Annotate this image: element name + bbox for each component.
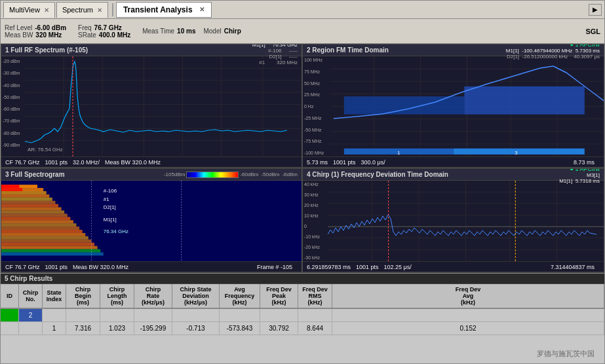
- tab-transient-analysis[interactable]: Transient Analysis ✕: [116, 2, 212, 18]
- meas-time-value: 10 ms: [177, 27, 195, 35]
- meas-time-group: Meas Time 10 ms Model Chirp: [142, 27, 241, 35]
- panel4-chart[interactable]: 40 kHz 30 kHz 20 kHz 10 kHz 0 -10 kHz -2…: [303, 181, 604, 261]
- p2-y4: 25 MHz: [304, 92, 324, 97]
- p2-y2: 75 MHz: [304, 69, 324, 74]
- p4-y3: 20 kHz: [304, 203, 320, 208]
- panel1-svg: AR: 76.54 GHz: [25, 56, 302, 156]
- info-bar: Ref Level -6.00 dBm Meas BW 320 MHz Freq…: [1, 19, 604, 44]
- td-state-1: [43, 309, 66, 321]
- td-rms-1: [298, 309, 332, 321]
- panel4-svg: [328, 181, 604, 261]
- table-row-1: 2: [1, 309, 604, 322]
- freq-label: Freq: [78, 24, 92, 31]
- panel1-pts: 1001 pts: [45, 159, 68, 166]
- panel3-header: 3 Full Spectrogram -105dBm -60dBm -50dBm…: [1, 169, 302, 181]
- freq-value: 76.7 GHz: [94, 24, 122, 31]
- td-begin-1: [66, 309, 100, 321]
- tab-spectrum-close[interactable]: ✕: [97, 7, 102, 14]
- svg-rect-49: [1, 227, 79, 230]
- p2-y9: -100 MHz: [304, 151, 324, 155]
- color-gradient: [186, 172, 239, 178]
- th-state-index: StateIndex: [43, 284, 66, 308]
- td-avgfreq-1: [220, 309, 260, 321]
- td-rms-2: 8.644: [298, 322, 332, 335]
- panel1-header: 1 Full RF Spectrum (#-105) ● 1 APCIrw M1…: [1, 45, 302, 56]
- srate-value: 400.0 MHz: [99, 31, 130, 39]
- svg-rect-30: [454, 149, 585, 155]
- panel4-time: 6.291859783 ms: [307, 264, 351, 270]
- svg-text:D2[1]: D2[1]: [104, 204, 116, 210]
- panel2-end: 8.73 ms: [574, 159, 595, 166]
- panel3-frame: Frame # -105: [257, 264, 292, 270]
- svg-text:#-106: #-106: [104, 188, 117, 194]
- panel1-div: 32.0 MHz/: [73, 159, 100, 166]
- p4-y4: 10 kHz: [304, 213, 320, 218]
- th-chirp-no: ChirpNo.: [19, 284, 43, 308]
- panel3-chart[interactable]: #-106 #1 D2[1] M1[1] 76.34 GHz: [1, 181, 302, 261]
- svg-rect-37: [1, 188, 22, 191]
- svg-rect-42: [1, 204, 58, 208]
- svg-rect-28: [464, 86, 584, 115]
- p4-y6: -10 kHz: [304, 234, 320, 239]
- td-length-2: 1.023: [100, 322, 134, 335]
- td-id-1: [1, 309, 19, 321]
- sgl-label: SGL: [585, 27, 600, 35]
- panel2-chart[interactable]: 100 MHz 75 MHz 50 MHz 25 MHz 0 Hz -25 MH…: [303, 56, 604, 156]
- svg-rect-54: [1, 243, 94, 246]
- panels-row-1: 1 Full RF Spectrum (#-105) ● 1 APCIrw M1…: [1, 44, 604, 168]
- th-avg-freq: AvgFrequency(kHz): [220, 284, 260, 308]
- td-avg-1: [332, 309, 604, 321]
- svg-rect-46: [1, 217, 70, 220]
- tab-divider: [112, 3, 113, 16]
- td-peak-1: [260, 309, 298, 321]
- db-min: -105dBm: [164, 172, 185, 177]
- spectrogram-svg: #-106 #1 D2[1] M1[1] 76.34 GHz: [1, 181, 302, 261]
- arrow-button[interactable]: ▶: [589, 4, 602, 16]
- meas-time-label: Meas Time: [142, 27, 174, 35]
- p2-y7: -50 MHz: [304, 128, 324, 132]
- tab-multiview[interactable]: MultiView ✕: [3, 2, 55, 18]
- model-value: Chirp: [224, 27, 241, 35]
- panel4-pts: 1001 pts: [356, 264, 379, 270]
- panel-fm-time: 2 Region FM Time Domain ● 1 APCIrw M1[1]…: [302, 44, 604, 168]
- svg-rect-35: [1, 185, 19, 188]
- svg-rect-47: [1, 220, 73, 223]
- transient-analysis-close[interactable]: ✕: [199, 6, 205, 13]
- colorscale: -105dBm -60dBm -50dBm -6dBm: [164, 172, 298, 178]
- tab-spectrum[interactable]: Spectrum ✕: [56, 2, 108, 18]
- td-peak-2: 30.792: [260, 322, 298, 335]
- panel4-end: 7.314404837 ms: [551, 264, 595, 270]
- svg-rect-43: [1, 208, 62, 211]
- y-label-6: -70 dBm: [3, 118, 20, 123]
- db-50: -50dBm: [261, 172, 279, 177]
- p4-y1: 40 kHz: [304, 182, 320, 187]
- svg-rect-44: [1, 211, 64, 214]
- svg-rect-53: [1, 240, 91, 243]
- panel1-chart[interactable]: -20 dBm -30 dBm -40 dBm -50 dBm -60 dBm …: [1, 56, 302, 156]
- td-rate-2: -195.299: [134, 322, 172, 335]
- th-chirp-state-dev: Chirp StateDeviation(kHz/μs): [172, 284, 220, 308]
- chirp-results-section: 5 Chirp Results ID ChirpNo. StateIndex C…: [1, 273, 604, 363]
- panel3-pts: 1001 pts: [45, 264, 68, 270]
- p2-y6: -25 MHz: [304, 116, 324, 120]
- td-length-1: [100, 309, 134, 321]
- y-label-5: -60 dBm: [3, 107, 20, 111]
- meas-bw-value: 320 MHz: [35, 31, 62, 39]
- panel3-meas-bw: Meas BW 320.0 MHz: [73, 264, 128, 270]
- main-window: MultiView ✕ Spectrum ✕ Transient Analysi…: [0, 0, 605, 364]
- title-bar: MultiView ✕ Spectrum ✕ Transient Analysi…: [1, 1, 604, 19]
- panel1-meas-bw: Meas BW 320.0 MHz: [105, 159, 161, 166]
- panel1-title: 1 Full RF Spectrum (#-105): [5, 46, 88, 54]
- svg-rect-39: [1, 194, 49, 198]
- panel1-m2: #-106 -----: [268, 48, 298, 54]
- panel4-title: 4 Chirp (1) Frequency Deviation Time Dom…: [307, 171, 448, 178]
- p2-y3: 50 MHz: [304, 81, 324, 86]
- tab-multiview-close[interactable]: ✕: [44, 7, 49, 14]
- td-chirpno-1: 2: [19, 309, 43, 321]
- svg-text:1: 1: [397, 150, 400, 156]
- table-section-header: 5 Chirp Results: [1, 274, 604, 284]
- panel4-div: 102.25 μs/: [384, 264, 412, 270]
- y-label-3: -40 dBm: [3, 83, 20, 88]
- panel3-cf: CF 76.7 GHz: [5, 264, 40, 270]
- td-state-2: 1: [43, 322, 66, 335]
